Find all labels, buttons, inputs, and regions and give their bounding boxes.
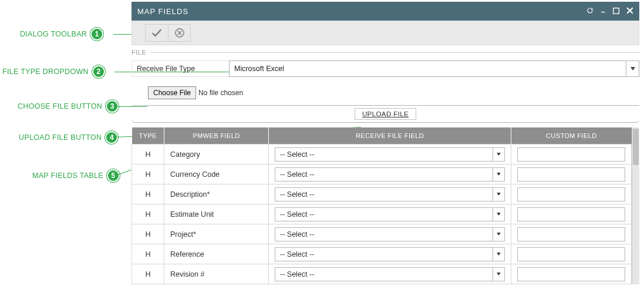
cell-type: H (132, 224, 164, 244)
table-row: HReference-- Select -- (132, 244, 632, 264)
dialog-title: MAP FIELDS (137, 7, 586, 16)
receive-field-value: -- Select -- (275, 210, 493, 219)
callout-5-text: MAP FIELDS TABLE (32, 172, 103, 180)
cell-pmweb-field: Description* (164, 184, 269, 204)
table-row: HRevision #-- Select -- (132, 264, 632, 284)
maximize-icon[interactable] (613, 7, 619, 16)
cell-pmweb-field: Project* (164, 224, 269, 244)
chevron-down-icon[interactable] (493, 188, 504, 201)
choose-file-row: Choose File No file chosen (148, 86, 639, 99)
table-row: HCurrency Code-- Select -- (132, 164, 632, 184)
receive-field-dropdown[interactable]: -- Select -- (275, 247, 505, 261)
receive-field-value: -- Select -- (275, 170, 493, 179)
cell-pmweb-field: Currency Code (164, 164, 269, 184)
col-type-header: TYPE (132, 127, 164, 145)
custom-field-input[interactable] (517, 207, 625, 221)
callout-1-text: DIALOG TOOLBAR (20, 30, 87, 38)
col-recv-header: RECEIVE FILE FIELD (269, 127, 511, 145)
col-custom-header: CUSTOM FIELD (511, 127, 632, 145)
section-file-label: FILE (132, 49, 146, 56)
receive-field-dropdown[interactable]: -- Select -- (275, 187, 505, 201)
dialog-titlebar: MAP FIELDS – (132, 2, 639, 21)
receive-field-value: -- Select -- (275, 150, 493, 159)
cell-type: H (132, 204, 164, 224)
custom-field-input[interactable] (517, 267, 625, 281)
table-row: HEstimate Unit-- Select -- (132, 204, 632, 224)
col-pmweb-header: PMWEB FIELD (164, 127, 269, 145)
receive-field-dropdown[interactable]: -- Select -- (275, 227, 505, 241)
callout-4-num: 4 (105, 131, 118, 144)
receive-field-value: -- Select -- (275, 250, 493, 258)
table-scrollbar[interactable] (632, 127, 639, 284)
cell-type: H (132, 164, 164, 184)
custom-field-input[interactable] (517, 147, 625, 162)
receive-field-dropdown[interactable]: -- Select -- (275, 147, 505, 162)
callout-5-num: 5 (107, 169, 120, 182)
callout-2-num: 2 (92, 65, 105, 78)
choose-file-button[interactable]: Choose File (148, 86, 196, 99)
receive-field-dropdown[interactable]: -- Select -- (275, 167, 505, 182)
custom-field-input[interactable] (517, 247, 625, 261)
chevron-down-icon[interactable] (493, 208, 504, 221)
receive-field-value: -- Select -- (275, 270, 493, 278)
cell-pmweb-field: Estimate Unit (164, 204, 269, 224)
file-type-row: Receive File Type Microsoft Excel (132, 61, 639, 77)
receive-field-value: -- Select -- (275, 190, 493, 199)
close-icon[interactable] (626, 7, 633, 16)
minimize-icon[interactable]: – (601, 7, 606, 16)
cell-pmweb-field: Revision # (164, 264, 269, 284)
dialog-toolbar (132, 21, 639, 45)
cell-type: H (132, 184, 164, 204)
confirm-button[interactable] (146, 25, 168, 41)
callout-4-text: UPLOAD FILE BUTTON (19, 133, 102, 142)
chevron-down-icon[interactable] (493, 148, 504, 161)
callout-2-text: FILE TYPE DROPDOWN (2, 68, 89, 76)
cell-pmweb-field: Category (164, 145, 269, 164)
map-fields-dialog: MAP FIELDS – FILE (132, 2, 639, 284)
custom-field-input[interactable] (517, 227, 625, 241)
map-fields-table: TYPE PMWEB FIELD RECEIVE FILE FIELD CUST… (132, 127, 632, 284)
file-type-dropdown[interactable]: Microsoft Excel (229, 61, 639, 77)
receive-field-dropdown[interactable]: -- Select -- (275, 207, 505, 221)
chevron-down-icon[interactable] (493, 228, 504, 241)
cell-type: H (132, 145, 164, 164)
callout-1-num: 1 (90, 28, 103, 41)
table-row: HDescription*-- Select -- (132, 184, 632, 204)
choose-file-status: No file chosen (198, 89, 243, 97)
file-type-value: Microsoft Excel (230, 65, 626, 73)
svg-rect-0 (613, 8, 619, 14)
custom-field-input[interactable] (517, 167, 625, 182)
receive-field-value: -- Select -- (275, 230, 493, 238)
table-row: HCategory-- Select -- (132, 145, 632, 164)
section-divider (151, 52, 639, 53)
callout-3-text: CHOOSE FILE BUTTON (18, 102, 102, 110)
cell-type: H (132, 244, 164, 264)
chevron-down-icon[interactable] (493, 168, 504, 181)
upload-row: UPLOAD FILE (132, 105, 639, 123)
chevron-down-icon[interactable] (626, 61, 639, 76)
chevron-down-icon[interactable] (493, 248, 504, 261)
scrollbar-thumb[interactable] (633, 129, 639, 165)
refresh-icon[interactable] (586, 6, 594, 16)
cell-type: H (132, 264, 164, 284)
cancel-button[interactable] (168, 25, 190, 41)
cell-pmweb-field: Reference (164, 244, 269, 264)
chevron-down-icon[interactable] (493, 268, 504, 281)
file-type-label: Receive File Type (132, 61, 229, 77)
upload-file-button[interactable]: UPLOAD FILE (355, 108, 416, 120)
receive-field-dropdown[interactable]: -- Select -- (275, 267, 505, 281)
table-row: HProject*-- Select -- (132, 224, 632, 244)
custom-field-input[interactable] (517, 187, 625, 201)
